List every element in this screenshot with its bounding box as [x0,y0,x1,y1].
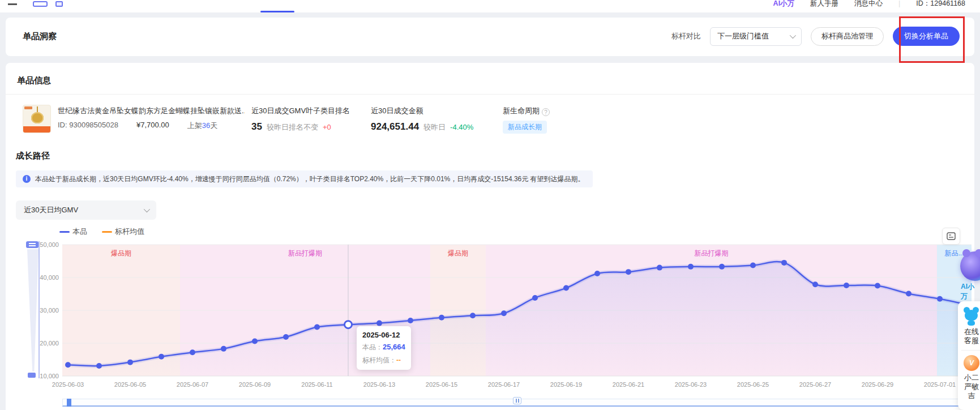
online-service-link[interactable]: 在线 客服 [958,327,980,345]
tooltip-series2-value: -- [396,356,401,364]
section-title-growth-path: 成长路径 [16,151,50,161]
header-card: 单品洞察 标杆对比 下一层级门槛值 标杆商品池管理 切换分析单品 [6,18,974,56]
nav-fragment-icon[interactable] [33,1,48,7]
x-tick-label: 2025-06-25 [729,381,777,388]
benchmark-compare-label: 标杆对比 [671,31,701,41]
benchmark-pool-manage-button[interactable]: 标杆商品池管理 [811,27,884,46]
lifecycle-column: 新生命周期? 新品成长期 [503,106,550,134]
rank-value: 35 [251,121,262,133]
divider [6,94,974,95]
phase-label: 爆品期 [111,249,131,258]
nav-newbie-guide[interactable]: 新人手册 [810,0,838,12]
nav-fragment-icon[interactable] [55,1,63,7]
shelf-days: 上架36天 [187,121,217,131]
x-tick-label: 2025-06-27 [791,381,840,388]
rank-change-text: 较昨日排名不变 [267,122,318,133]
x-tick-label: 2025-07-01 [915,381,964,388]
rank-header: 近30日成交GMV叶子类目排名 [251,106,350,116]
legend-swatch [102,231,112,233]
rank-change-delta: +0 [323,123,331,131]
tooltip-series2-label: 标杆均值： [362,356,396,364]
x-tick-label: 2025-06-19 [542,381,590,388]
vip-agent-badge[interactable]: V [964,355,979,371]
rank-column: 近30日成交GMV叶子类目排名 35 较昨日排名不变 +0 [251,106,350,133]
benchmark-threshold-select[interactable]: 下一层级门槛值 [710,27,802,46]
chart-toolbox-button[interactable] [942,228,960,245]
x-tick-label: 2025-06-07 [168,381,217,388]
chevron-down-icon [790,32,796,39]
switch-analysis-item-button[interactable]: 切换分析单品 [893,27,960,46]
gmv-value: 924,651.44 [371,121,419,133]
gmv-delta: -4.40% [450,123,473,131]
benchmark-threshold-value: 下一层级门槛值 [717,31,769,41]
metric-select-value: 近30天日均GMV [24,205,78,215]
chevron-down-icon [144,206,150,212]
phase-label: 新品打爆期 [694,249,728,258]
growth-banner-text: 本品处于新品成长期，近30天日均GMV环比-4.40%，增速慢于同行同层品均值（… [35,174,585,184]
active-tab-underline [260,11,294,12]
chart-legend: 本品 标杆均值 [59,227,144,237]
phase-label: 新品... [944,249,964,258]
tooltip-series1-label: 本品： [362,343,383,351]
x-tick-label: 2025-06-09 [230,381,279,388]
lifecycle-badge: 新品成长期 [503,121,547,134]
chart-tooltip: 2025-06-12 本品：25,664 标杆均值：-- [357,326,411,370]
y-zoom-bottom-handle[interactable] [28,373,36,378]
nav-ai-assistant[interactable]: AI小万 [773,0,795,12]
lifecycle-header: 新生命周期? [503,106,550,116]
agent-name-link[interactable]: 小二 严敏 吉 [958,373,980,400]
y-tick-label: 20,000 [26,340,59,347]
info-icon: i [23,175,31,183]
legend-item-benchmark[interactable]: 标杆均值 [102,227,144,237]
ai-assistant-label: AI小万 [961,282,980,301]
x-tick-label: 2025-06-15 [417,381,466,388]
main-card: 单品信息 世纪缘古法黄金吊坠女蝶韵东方足金蝴蝶挂坠镶嵌新款送... ID: 93… [6,63,974,410]
section-title-item-info: 单品信息 [17,75,51,86]
growth-info-banner: i 本品处于新品成长期，近30天日均GMV环比-4.40%，增速慢于同行同层品均… [16,170,593,187]
nav-message-center[interactable]: 消息中心 [854,0,883,12]
nav-fragment-icon[interactable] [8,1,17,5]
tooltip-series1-value: 25,664 [383,343,405,351]
top-nav: AI小万 新人手册 消息中心 | ID：129461168 [0,0,980,12]
nav-separator: | [898,0,900,12]
product-price: ¥7,700.00 [136,121,169,131]
customer-service-panel: 在线 客服 V 小二 严敏 吉 [958,301,980,410]
help-icon[interactable]: ? [542,108,550,116]
gmv-header: 近30日成交金额 [371,106,473,116]
legend-item-product[interactable]: 本品 [59,227,87,237]
y-zoom-track-line [38,241,40,378]
legend-swatch [59,231,70,233]
x-tick-label: 2025-06-23 [666,381,715,388]
divider [961,350,980,351]
x-tick-label: 2025-06-03 [44,381,92,388]
gmv-trend-chart[interactable] [62,245,972,376]
x-tick-label: 2025-06-11 [293,381,341,388]
metric-select[interactable]: 近30天日均GMV [16,200,156,220]
gmv-column: 近30日成交金额 924,651.44 较昨日 -4.40% [371,106,473,133]
x-tick-label: 2025-06-13 [355,381,404,388]
phase-label: 爆品期 [448,249,468,258]
data-view-icon [947,232,956,240]
y-zoom-top-handle[interactable] [26,241,38,248]
nav-user-id: ID：129461168 [916,0,965,12]
gmv-vs-label: 较昨日 [423,122,446,133]
page: AI小万 新人手册 消息中心 | ID：129461168 单品洞察 标杆对比 … [0,0,980,410]
x-zoom-move-handle[interactable] [513,397,521,404]
x-tick-label: 2025-06-21 [604,381,653,388]
x-tick-label: 2025-06-29 [853,381,902,388]
page-title: 单品洞察 [23,31,57,42]
service-mascot-icon[interactable] [963,307,980,325]
x-zoom-left-handle[interactable] [67,399,71,407]
x-tick-label: 2025-06-17 [480,381,528,388]
brand-banner-strip [23,126,50,133]
product-title: 世纪缘古法黄金吊坠女蝶韵东方足金蝴蝶挂坠镶嵌新款送... [58,106,245,116]
product-id: ID: 930098505028 [58,121,118,131]
phase-label: 新品打爆期 [288,249,322,258]
tooltip-date: 2025-06-12 [362,331,405,339]
product-image[interactable] [23,105,51,133]
x-tick-label: 2025-06-05 [106,381,155,388]
gold-pendant-graphic [31,112,44,123]
